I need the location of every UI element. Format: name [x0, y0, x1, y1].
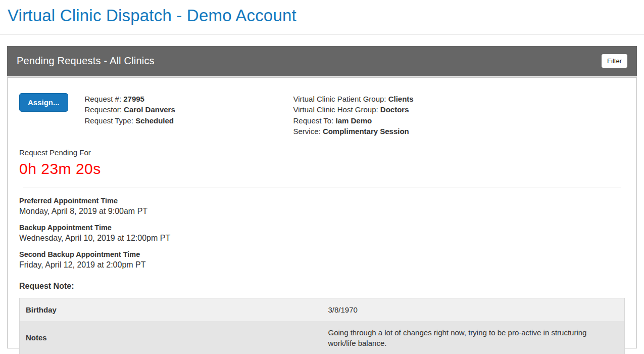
birthday-value: 3/8/1970 [322, 298, 625, 321]
host-group-field: Virtual Clinic Host Group: Doctors [293, 104, 414, 115]
request-type-field: Request Type: Scheduled [85, 115, 252, 126]
pending-requests-header: Pending Requests - All Clinics Filter [7, 46, 637, 76]
service-value: Complimentary Session [323, 127, 409, 136]
section-divider [23, 188, 621, 188]
second-backup-appointment: Second Backup Appointment Time Friday, A… [19, 249, 625, 270]
appointment-times: Preferred Appointment Time Monday, April… [19, 196, 625, 270]
section-title: Pending Requests - All Clinics [17, 55, 602, 67]
request-to-label: Request To: [293, 116, 336, 125]
request-note-table: Birthday 3/8/1970 Notes Going through a … [19, 298, 625, 354]
request-to-value: Iam Demo [335, 116, 372, 125]
request-type-value: Scheduled [135, 116, 174, 125]
birthday-label: Birthday [20, 298, 322, 321]
patient-group-label: Virtual Clinic Patient Group: [293, 95, 388, 103]
second-backup-appointment-value: Friday, April 12, 2019 at 2:00pm PT [19, 259, 625, 270]
preferred-appointment: Preferred Appointment Time Monday, April… [19, 196, 625, 216]
requestor-field: Requestor: Carol Danvers [85, 104, 252, 115]
page-title: Virtual Clinic Dispatch - Demo Account [0, 0, 644, 27]
pending-duration-block: Request Pending For 0h 23m 20s [19, 148, 625, 178]
service-field: Service: Complimentary Session [293, 126, 414, 137]
request-card: Assign... Request #: 27995 Requestor: Ca… [7, 77, 637, 348]
patient-group-value: Clients [388, 95, 414, 103]
second-backup-appointment-label: Second Backup Appointment Time [19, 249, 625, 259]
request-number-value: 27995 [123, 95, 144, 103]
request-number-field: Request #: 27995 [85, 94, 252, 105]
backup-appointment-value: Wednesday, April 10, 2019 at 12:00pm PT [19, 233, 625, 243]
request-note-heading: Request Note: [19, 282, 625, 291]
host-group-value: Doctors [380, 105, 409, 114]
backup-appointment: Backup Appointment Time Wednesday, April… [19, 223, 625, 243]
patient-group-field: Virtual Clinic Patient Group: Clients [293, 94, 414, 105]
note-row-birthday: Birthday 3/8/1970 [20, 298, 625, 321]
pending-duration-label: Request Pending For [19, 148, 625, 157]
request-type-label: Request Type: [85, 116, 136, 125]
requestor-label: Requestor: [85, 105, 124, 114]
preferred-appointment-label: Preferred Appointment Time [19, 196, 625, 206]
request-number-label: Request #: [85, 95, 124, 103]
service-label: Service: [293, 127, 323, 136]
request-fields-right: Virtual Clinic Patient Group: Clients Vi… [293, 93, 414, 137]
preferred-appointment-value: Monday, April 8, 2019 at 9:00am PT [19, 206, 625, 216]
host-group-label: Virtual Clinic Host Group: [293, 105, 380, 114]
requestor-value: Carol Danvers [124, 105, 175, 114]
note-row-notes: Notes Going through a lot of changes rig… [20, 321, 625, 354]
filter-button[interactable]: Filter [602, 54, 627, 68]
request-summary-row: Assign... Request #: 27995 Requestor: Ca… [19, 93, 625, 137]
notes-value: Going through a lot of changes right now… [322, 321, 625, 354]
assign-button[interactable]: Assign... [19, 93, 68, 112]
backup-appointment-label: Backup Appointment Time [19, 223, 625, 233]
title-divider [0, 34, 644, 35]
notes-label: Notes [20, 321, 322, 354]
request-to-field: Request To: Iam Demo [293, 115, 414, 126]
request-fields-left: Request #: 27995 Requestor: Carol Danver… [85, 93, 252, 126]
pending-duration-timer: 0h 23m 20s [19, 160, 625, 178]
